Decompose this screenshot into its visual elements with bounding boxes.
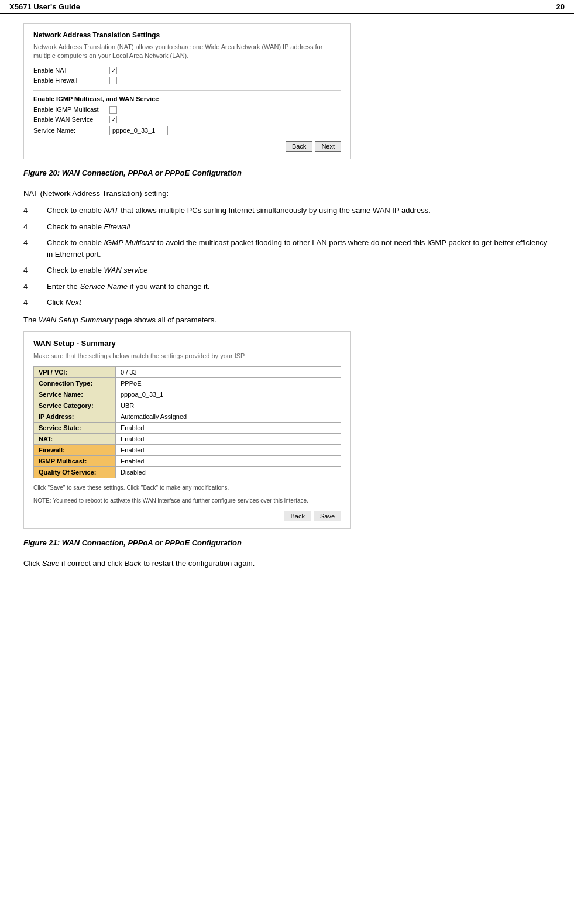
figure21-caption: Figure 21: WAN Connection, PPPoA or PPPo… (23, 538, 551, 547)
step-2-num: 4 (23, 221, 47, 233)
row-value-svc-state: Enabled (116, 423, 341, 434)
step-2: 4 Check to enable Firewall (23, 221, 551, 233)
step-3: 4 Check to enable IGMP Multicast to avoi… (23, 237, 551, 260)
enable-wan-service-checkbox[interactable] (109, 116, 117, 123)
step-4-num: 4 (23, 265, 47, 276)
table-row: VPI / VCI: 0 / 33 (34, 367, 341, 378)
enable-wan-service-label: Enable WAN Service (33, 116, 109, 123)
step-1-text: Check to enable NAT that allows multiple… (47, 205, 551, 217)
summary-desc: Make sure that the settings below match … (33, 352, 341, 359)
row-value-nat: Enabled (116, 434, 341, 445)
nat-next-button[interactable]: Next (315, 141, 341, 152)
bottom-text: Click Save if correct and click Back to … (23, 558, 551, 569)
summary-box-title: WAN Setup - Summary (33, 339, 341, 348)
row-value-firewall: Enabled (116, 445, 341, 456)
enable-nat-checkbox[interactable] (109, 67, 117, 74)
page-content: Network Address Translation Settings Net… (0, 14, 574, 579)
summary-note1: Click "Save" to save these settings. Cli… (33, 484, 341, 492)
row-label-svc-state: Service State: (34, 423, 116, 434)
step-4: 4 Check to enable WAN service (23, 265, 551, 276)
step-6: 4 Click Next (23, 297, 551, 308)
row-label-qos: Quality Of Service: (34, 467, 116, 478)
enable-igmp-row: Enable IGMP Multicast (33, 106, 341, 114)
wan-summary-box: WAN Setup - Summary Make sure that the s… (23, 331, 351, 529)
enable-wan-service-row: Enable WAN Service (33, 116, 341, 123)
table-row: Quality Of Service: Disabled (34, 467, 341, 478)
table-row: Firewall: Enabled (34, 445, 341, 456)
table-row: IP Address: Automatically Assigned (34, 411, 341, 423)
enable-igmp-checkbox[interactable] (109, 106, 117, 114)
row-label-svc-cat: Service Category: (34, 400, 116, 411)
page-header: X5671 User's Guide 20 (0, 0, 574, 14)
row-label-svc-name: Service Name: (34, 389, 116, 400)
row-label-nat: NAT: (34, 434, 116, 445)
table-row: Connection Type: PPPoE (34, 378, 341, 389)
nat-back-button[interactable]: Back (286, 141, 312, 152)
igmp-section-title: Enable IGMP Multicast, and WAN Service (33, 90, 341, 102)
step-4-text: Check to enable WAN service (47, 265, 551, 276)
enable-firewall-checkbox[interactable] (109, 77, 117, 84)
steps-list: 4 Check to enable NAT that allows multip… (23, 205, 551, 308)
page-title: X5671 User's Guide (9, 2, 80, 11)
service-name-input[interactable] (109, 126, 168, 135)
enable-firewall-row: Enable Firewall (33, 77, 341, 84)
step-5-italic: Service Name (80, 282, 128, 291)
table-row: Service State: Enabled (34, 423, 341, 434)
figure20-caption: Figure 20: WAN Connection, PPPoA or PPPo… (23, 169, 551, 177)
service-name-label: Service Name: (33, 127, 109, 134)
row-label-conn-type: Connection Type: (34, 378, 116, 389)
step-6-italic: Next (66, 298, 81, 307)
step-4-italic: WAN service (104, 266, 148, 274)
page-number: 20 (556, 2, 565, 11)
bottom-save-italic: Save (42, 559, 60, 568)
step-2-italic: Firewall (104, 222, 130, 231)
enable-nat-label: Enable NAT (33, 67, 109, 74)
table-row: Service Name: pppoa_0_33_1 (34, 389, 341, 400)
nat-box-title: Network Address Translation Settings (33, 31, 341, 39)
step-5-text: Enter the Service Name if you want to ch… (47, 281, 551, 293)
wan-summary-intro: The WAN Setup Summary page shows all of … (23, 314, 551, 326)
table-row: IGMP Multicast: Enabled (34, 456, 341, 467)
step-3-text: Check to enable IGMP Multicast to avoid … (47, 237, 551, 260)
summary-button-row: Back Save (33, 511, 341, 521)
step-1: 4 Check to enable NAT that allows multip… (23, 205, 551, 217)
summary-back-button[interactable]: Back (284, 511, 311, 521)
wan-summary-italic: WAN Setup Summary (39, 315, 113, 324)
step-2-text: Check to enable Firewall (47, 221, 551, 233)
enable-nat-row: Enable NAT (33, 67, 341, 74)
nat-button-row: Back Next (33, 141, 341, 152)
summary-table: VPI / VCI: 0 / 33 Connection Type: PPPoE… (33, 366, 341, 478)
row-label-igmp: IGMP Multicast: (34, 456, 116, 467)
nat-settings-box: Network Address Translation Settings Net… (23, 23, 351, 159)
row-value-ip: Automatically Assigned (116, 411, 341, 423)
bottom-back-italic: Back (125, 559, 142, 568)
step-5-num: 4 (23, 281, 47, 293)
row-value-conn-type: PPPoE (116, 378, 341, 389)
table-row: NAT: Enabled (34, 434, 341, 445)
step-1-italic: NAT (104, 206, 119, 215)
step-3-italic: IGMP Multicast (104, 238, 156, 247)
step-6-num: 4 (23, 297, 47, 308)
step-6-text: Click Next (47, 297, 551, 308)
enable-firewall-label: Enable Firewall (33, 77, 109, 84)
summary-note2: NOTE: You need to reboot to activate thi… (33, 497, 341, 505)
step-5: 4 Enter the Service Name if you want to … (23, 281, 551, 293)
row-value-igmp: Enabled (116, 456, 341, 467)
row-label-vpi: VPI / VCI: (34, 367, 116, 378)
row-value-svc-cat: UBR (116, 400, 341, 411)
service-name-row: Service Name: (33, 126, 341, 135)
row-label-ip: IP Address: (34, 411, 116, 423)
row-label-firewall: Firewall: (34, 445, 116, 456)
row-value-svc-name: pppoa_0_33_1 (116, 389, 341, 400)
step-3-num: 4 (23, 237, 47, 260)
summary-save-button[interactable]: Save (314, 511, 341, 521)
row-value-qos: Disabled (116, 467, 341, 478)
step-1-num: 4 (23, 205, 47, 217)
enable-igmp-label: Enable IGMP Multicast (33, 106, 109, 113)
table-row: Service Category: UBR (34, 400, 341, 411)
nat-intro-text: NAT (Network Address Translation) settin… (23, 188, 551, 200)
nat-box-desc: Network Address Translation (NAT) allows… (33, 43, 341, 61)
row-value-vpi: 0 / 33 (116, 367, 341, 378)
